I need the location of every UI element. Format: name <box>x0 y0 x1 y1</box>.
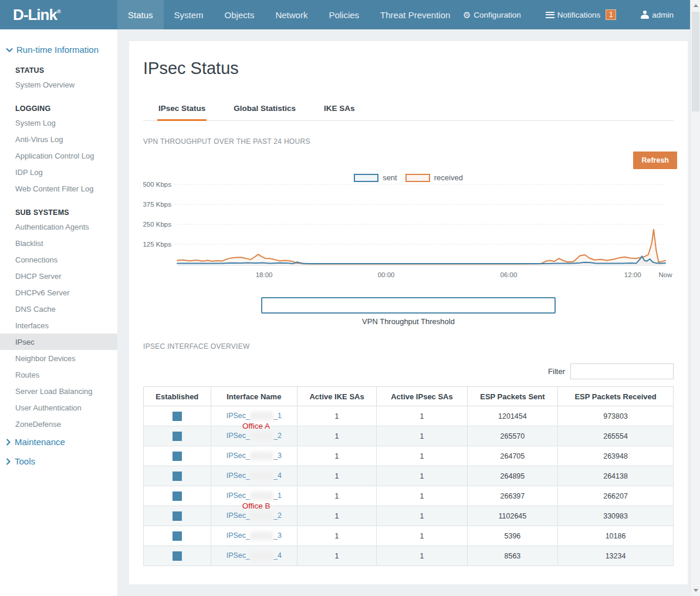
svg-text:Now: Now <box>658 271 672 278</box>
table-row: IPSec__2 1 1 1102645 330983 <box>144 506 674 526</box>
established-cell <box>144 446 211 466</box>
esp-packets-sent-cell: 265570 <box>467 426 557 446</box>
table-row: IPSec__2 1 1 265570 265554 <box>144 426 674 446</box>
interface-name-link[interactable]: IPSec__1 <box>226 491 282 500</box>
esp-packets-received-cell: 973803 <box>558 406 674 426</box>
column-header-active-ipsec-sas: Active IPsec SAs <box>377 387 467 406</box>
established-cell <box>144 486 211 506</box>
esp-packets-received-cell: 264138 <box>558 466 674 486</box>
redacted-text <box>250 491 273 500</box>
notifications-list-icon <box>546 10 554 19</box>
vpn-throughput-threshold-input[interactable] <box>261 297 556 314</box>
esp-packets-sent-cell: 264895 <box>467 466 557 486</box>
sidebar-item-blacklist[interactable]: Blacklist <box>0 235 117 251</box>
sidebar-item-zonedefense[interactable]: ZoneDefense <box>0 416 117 432</box>
vpn-throughput-threshold-label: VPN Throughput Threshold <box>143 317 674 326</box>
interface-name-cell: IPSec__4 <box>211 546 297 566</box>
notifications-button[interactable]: Notifications 1 <box>546 9 617 20</box>
sidebar-group-header: SUB SYSTEMS <box>15 208 117 217</box>
filter-input[interactable] <box>570 363 674 379</box>
nav-item-system[interactable]: System <box>164 0 214 29</box>
established-indicator <box>173 551 182 561</box>
sidebar-item-web-content-filter-log[interactable]: Web Content Filter Log <box>0 180 117 197</box>
sidebar-item-authentication-agents[interactable]: Authentication Agents <box>0 218 117 235</box>
nav-item-network[interactable]: Network <box>265 0 318 29</box>
interface-name-cell: IPSec__3 <box>211 446 297 466</box>
page-scrollbar[interactable] <box>690 0 700 596</box>
established-indicator <box>173 491 182 501</box>
sidebar-item-tools[interactable]: Tools <box>0 452 117 471</box>
nav-item-policies[interactable]: Policies <box>318 0 370 29</box>
refresh-button[interactable]: Refresh <box>633 151 677 169</box>
interface-name-link[interactable]: IPSec__1 <box>226 412 282 420</box>
scrollbar-thumb[interactable] <box>692 12 699 112</box>
table-row: IPSec__1 Office A 1 1 1201454 973803 <box>144 406 674 426</box>
esp-packets-received-cell: 330983 <box>558 506 674 526</box>
active-ipsec-sas-cell: 1 <box>377 546 467 566</box>
dlink-logo: D-Link® <box>0 0 117 29</box>
table-row: IPSec__3 1 1 264705 263948 <box>144 446 674 466</box>
sidebar-item-dhcp-server[interactable]: DHCP Server <box>0 268 117 284</box>
nav-item-status[interactable]: Status <box>117 0 164 29</box>
nav-item-threat-prevention[interactable]: Threat Prevention <box>370 0 461 29</box>
sidebar-item-idp-log[interactable]: IDP Log <box>0 164 117 180</box>
sidebar-item-maintenance[interactable]: Maintenance <box>0 432 117 452</box>
sidebar-item-interfaces[interactable]: Interfaces <box>0 317 117 334</box>
sidebar-item-anti-virus-log[interactable]: Anti-Virus Log <box>0 131 117 147</box>
sidebar-collapsed: Maintenance Tools <box>0 432 117 471</box>
established-cell <box>144 546 211 566</box>
tab-ipsec-status[interactable]: IPsec Status <box>157 98 207 121</box>
svg-text:12:00: 12:00 <box>624 271 641 278</box>
sidebar-item-dns-cache[interactable]: DNS Cache <box>0 301 117 317</box>
scroll-down-arrow[interactable] <box>691 585 700 595</box>
legend-swatch <box>405 174 430 182</box>
main-nav: StatusSystemObjectsNetworkPoliciesThreat… <box>117 0 461 29</box>
tab-global-statistics[interactable]: Global Statistics <box>232 98 297 121</box>
interface-name-link[interactable]: IPSec__2 <box>226 432 282 440</box>
interface-name-link[interactable]: IPSec__4 <box>226 472 282 480</box>
configuration-button[interactable]: ⚙ Configuration <box>463 11 521 19</box>
active-ike-sas-cell: 1 <box>297 546 376 566</box>
nav-item-objects[interactable]: Objects <box>214 0 265 29</box>
sidebar-item-server-load-balancing[interactable]: Server Load Balancing <box>0 383 117 399</box>
redacted-text <box>250 551 273 560</box>
sidebar-runtime-information[interactable]: Run-time Information <box>0 45 117 55</box>
active-ipsec-sas-cell: 1 <box>377 466 467 486</box>
sidebar-item-system-log[interactable]: System Log <box>0 115 117 131</box>
interface-name-link[interactable]: IPSec__3 <box>226 531 282 540</box>
interface-name-link[interactable]: IPSec__2 <box>226 511 282 520</box>
notifications-label: Notifications <box>557 11 601 19</box>
column-header-established: Established <box>144 387 211 406</box>
scroll-up-arrow[interactable] <box>691 1 700 11</box>
interface-name-cell: IPSec__1 Office A <box>211 406 297 426</box>
active-ipsec-sas-cell: 1 <box>377 426 467 446</box>
sidebar-group-header: LOGGING <box>15 105 117 113</box>
tab-ike-sas[interactable]: IKE SAs <box>323 98 356 121</box>
esp-packets-sent-cell: 8563 <box>467 546 557 566</box>
established-indicator <box>173 531 182 541</box>
sidebar-item-application-control-log[interactable]: Application Control Log <box>0 147 117 164</box>
office-annotation: Office A <box>242 422 270 430</box>
sidebar-item-connections[interactable]: Connections <box>0 251 117 268</box>
interface-name-link[interactable]: IPSec__4 <box>226 551 282 560</box>
established-indicator <box>173 472 182 481</box>
sidebar-item-ipsec[interactable]: IPsec <box>0 334 117 350</box>
office-annotation: Office B <box>242 501 270 510</box>
interface-name-cell: IPSec__4 <box>211 466 297 486</box>
esp-packets-sent-cell: 1102645 <box>467 506 557 526</box>
interface-name-link[interactable]: IPSec__3 <box>226 452 282 460</box>
table-header-row: EstablishedInterface NameActive IKE SAsA… <box>144 387 674 406</box>
svg-text:125 Kbps: 125 Kbps <box>143 241 171 248</box>
active-ipsec-sas-cell: 1 <box>377 526 467 546</box>
user-menu[interactable]: admin <box>641 11 674 19</box>
sidebar-item-system-overview[interactable]: System Overview <box>0 76 117 93</box>
active-ike-sas-cell: 1 <box>297 446 376 466</box>
esp-packets-received-cell: 265554 <box>558 426 674 446</box>
sidebar-item-dhcpv6-server[interactable]: DHCPv6 Server <box>0 284 117 301</box>
sidebar-groups: STATUSSystem OverviewLOGGINGSystem LogAn… <box>0 66 117 432</box>
gear-icon: ⚙ <box>463 11 471 19</box>
sidebar-item-neighbor-devices[interactable]: Neighbor Devices <box>0 350 117 366</box>
esp-packets-received-cell: 10186 <box>558 526 674 546</box>
sidebar-item-user-authentication[interactable]: User Authentication <box>0 399 117 416</box>
sidebar-item-routes[interactable]: Routes <box>0 366 117 383</box>
